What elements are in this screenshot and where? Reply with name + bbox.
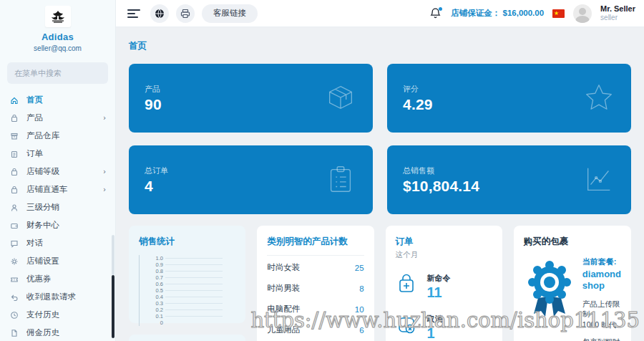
sidebar-item-7[interactable]: 财务中心: [0, 216, 115, 234]
package-icon: [324, 81, 357, 116]
chart-tick-row: 0.1: [152, 313, 223, 320]
history-icon: [10, 310, 19, 320]
bag-icon: [10, 186, 19, 194]
sidebar-item-1[interactable]: 产品›: [0, 109, 115, 127]
star-icon: [582, 81, 615, 116]
menu-search-input[interactable]: [7, 62, 108, 84]
chart-tick-row: 0.2: [152, 307, 223, 313]
globe-icon: [155, 9, 165, 19]
bag-icon: [10, 168, 19, 176]
menu-toggle-icon[interactable]: [127, 9, 140, 18]
order-stat-label: 新命令: [427, 273, 451, 284]
sidebar-scrollbar-track[interactable]: [112, 235, 114, 275]
sidebar-item-label: 优惠券: [26, 274, 107, 284]
category-row[interactable]: 儿童用品6: [267, 320, 364, 340]
divider: [267, 255, 364, 256]
avatar[interactable]: [573, 4, 592, 23]
sidebar-item-9[interactable]: 店铺设置: [0, 252, 115, 270]
sidebar: Adidas seller@qq.com 首页产品›产品仓库订单店铺等级›店铺直…: [0, 0, 116, 341]
chart-tick-row: 0.6: [152, 281, 223, 287]
category-name: 儿童用品: [267, 325, 300, 335]
sidebar-item-8[interactable]: 对话: [0, 234, 115, 252]
stat-card-products[interactable]: 产品 90: [129, 64, 373, 133]
category-count: 25: [355, 264, 364, 272]
stats-grid: 产品 90 评分 4.29 总订单 4: [129, 64, 631, 214]
gridline: [165, 309, 223, 310]
printer-icon: [180, 9, 190, 19]
sidebar-item-5[interactable]: 店铺直通车›: [0, 181, 115, 198]
breadcrumb[interactable]: 首页: [129, 40, 631, 52]
chart-tick-row: 0: [152, 320, 223, 326]
sidebar-item-label: 店铺直通车: [26, 184, 102, 195]
history-icon: [10, 311, 19, 320]
cancel-order-icon: [396, 314, 417, 337]
language-flag-china[interactable]: ★: [552, 9, 565, 18]
home-icon: [10, 95, 19, 105]
stat-value: $10,804.14: [403, 178, 479, 195]
y-tick-label: 0.6: [152, 281, 165, 287]
award-badge-icon: [524, 256, 575, 325]
shop-deposit[interactable]: 店铺保证金： $16,000.00: [451, 8, 544, 19]
main-content: 首页 产品 90 评分 4.29 总订单 4: [116, 27, 644, 341]
panel-title: 销售统计: [139, 236, 235, 248]
ticket-icon: [10, 275, 19, 284]
stat-label: 产品: [145, 84, 162, 95]
order-stat-value: 1: [427, 325, 443, 341]
sidebar-item-label: 店铺设置: [26, 256, 107, 266]
shop-logo[interactable]: [45, 6, 71, 27]
stat-card-total-sales[interactable]: 总销售额 $10,804.14: [387, 145, 631, 214]
upload-limit-label: 产品上传限制: [582, 299, 620, 319]
sidebar-item-4[interactable]: 店铺等级›: [0, 163, 115, 181]
user-name: Mr. Seller: [600, 4, 635, 14]
wallet-icon: [10, 221, 19, 230]
order-stat-新命令[interactable]: 新命令11: [396, 273, 492, 301]
sidebar-item-10[interactable]: 优惠券: [0, 270, 115, 288]
stat-value: 4: [145, 178, 168, 195]
sidebar-item-0[interactable]: 首页: [0, 91, 115, 109]
current-plan-label: 当前套餐:: [582, 256, 621, 267]
refund-icon: [10, 293, 19, 302]
category-row[interactable]: 时尚女装25: [267, 257, 364, 278]
chat-icon: [10, 239, 19, 248]
stat-label: 总订单: [145, 165, 168, 176]
print-button[interactable]: [176, 4, 195, 23]
order-stat-取消[interactable]: 取消1: [396, 314, 492, 341]
y-tick-label: 0.2: [152, 307, 165, 313]
bag-icon: [10, 167, 19, 176]
notifications-button[interactable]: [429, 7, 442, 20]
panel-title: 类别明智的产品计数: [267, 236, 364, 248]
category-row[interactable]: 时尚男装8: [267, 278, 364, 299]
chart-tick-row: 0.5: [152, 287, 223, 294]
user-menu[interactable]: Mr. Seller seller: [600, 4, 635, 21]
y-tick-label: 0.8: [152, 268, 165, 274]
sidebar-item-2[interactable]: 产品仓库: [0, 127, 115, 145]
chart-tick-row: 0.3: [152, 300, 223, 307]
order-stats: 新命令11取消1投送中0: [396, 273, 492, 341]
stat-card-total-orders[interactable]: 总订单 4: [129, 145, 373, 214]
category-count: 8: [359, 284, 364, 293]
chevron-right-icon: ›: [102, 168, 107, 176]
gridline: [165, 303, 223, 304]
gear-icon: [10, 256, 19, 266]
support-link-button[interactable]: 客服链接: [202, 4, 258, 23]
sidebar-item-11[interactable]: 收到退款请求: [0, 288, 115, 306]
sidebar-item-6[interactable]: 三级分销: [0, 198, 115, 216]
sidebar-item-12[interactable]: 支付历史: [0, 306, 115, 324]
sidebar-item-label: 收到退款请求: [26, 292, 107, 302]
sidebar-item-3[interactable]: 订单: [0, 145, 115, 163]
package-expiry-label: 包裹到期时间:: [582, 337, 620, 341]
deposit-value: $16,000.00: [503, 9, 545, 17]
stat-card-rating[interactable]: 评分 4.29: [387, 64, 631, 133]
category-row[interactable]: 电脑配件10: [267, 299, 364, 320]
notification-dot: [439, 7, 442, 11]
sidebar-scrollbar-thumb[interactable]: [112, 275, 114, 338]
bag-plus-icon: [396, 273, 417, 297]
language-globe-button[interactable]: [150, 4, 169, 23]
user-role: seller: [600, 14, 635, 22]
chevron-right-icon: ›: [102, 186, 107, 193]
bag-icon: [10, 113, 19, 123]
order-stat-value: 11: [427, 284, 451, 301]
sidebar-item-13[interactable]: 佣金历史: [0, 324, 115, 341]
deposit-label: 店铺保证金：: [451, 9, 500, 17]
sidebar-nav: 首页产品›产品仓库订单店铺等级›店铺直通车›三级分销财务中心对话店铺设置优惠券收…: [0, 91, 115, 341]
